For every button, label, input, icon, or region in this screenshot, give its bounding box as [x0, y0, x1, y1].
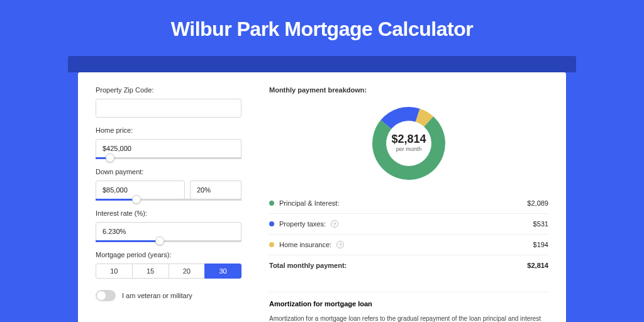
legend-value: $531: [533, 220, 548, 228]
period-button-20[interactable]: 20: [169, 264, 206, 279]
legend-dot-icon: [269, 242, 274, 247]
home-price-slider[interactable]: [96, 157, 242, 159]
legend-value: $2,089: [527, 199, 548, 207]
slider-thumb[interactable]: [106, 153, 114, 162]
rate-input[interactable]: [96, 222, 242, 241]
rate-slider[interactable]: [96, 240, 242, 242]
donut-chart: $2,814 per month: [269, 99, 548, 193]
period-button-30[interactable]: 30: [204, 264, 242, 279]
total-label: Total monthly payment:: [269, 262, 347, 269]
breakdown-column: Monthly payment breakdown: $2,814 per mo…: [259, 72, 566, 322]
period-buttons: 10152030: [96, 264, 242, 279]
info-icon[interactable]: ?: [336, 241, 344, 248]
veteran-label: I am veteran or military: [122, 292, 192, 299]
legend-label: Property taxes:: [279, 220, 326, 228]
legend-row: Home insurance:?$194: [269, 234, 548, 255]
breakdown-title: Monthly payment breakdown:: [269, 86, 548, 94]
info-icon[interactable]: ?: [331, 220, 338, 228]
legend-label: Principal & Interest:: [279, 199, 339, 207]
total-value: $2,814: [527, 262, 548, 269]
period-label: Mortgage period (years):: [96, 251, 242, 258]
down-payment-pct-input[interactable]: [190, 180, 242, 199]
amortization-text: Amortization for a mortgage loan refers …: [269, 314, 548, 322]
slider-thumb[interactable]: [155, 236, 164, 245]
rate-label: Interest rate (%):: [96, 209, 242, 217]
legend-label: Home insurance:: [279, 241, 331, 248]
legend-value: $194: [533, 241, 548, 248]
amortization-title: Amortization for mortgage loan: [269, 292, 548, 308]
down-payment-label: Down payment:: [96, 168, 242, 175]
page-title: Wilbur Park Mortgage Calculator: [0, 0, 644, 56]
legend-dot-icon: [269, 221, 274, 226]
donut-center-value: $2,814: [391, 133, 426, 145]
period-button-10[interactable]: 10: [96, 264, 133, 279]
legend-dot-icon: [269, 201, 274, 206]
period-button-15[interactable]: 15: [132, 264, 169, 279]
legend-row: Principal & Interest:$2,089: [269, 193, 548, 213]
zip-input[interactable]: [96, 99, 242, 118]
inputs-column: Property Zip Code: Home price: Down paym…: [78, 72, 259, 322]
home-price-label: Home price:: [96, 126, 242, 134]
donut-center-sub: per month: [396, 146, 422, 152]
home-price-input[interactable]: [96, 139, 242, 158]
zip-label: Property Zip Code:: [96, 86, 242, 94]
card-shadow: [68, 56, 576, 72]
slider-thumb[interactable]: [132, 195, 141, 204]
calculator-card: Property Zip Code: Home price: Down paym…: [78, 72, 566, 322]
legend: Principal & Interest:$2,089Property taxe…: [269, 193, 548, 255]
veteran-toggle[interactable]: [96, 290, 116, 301]
down-payment-slider[interactable]: [96, 199, 242, 201]
legend-row: Property taxes:?$531: [269, 213, 548, 234]
